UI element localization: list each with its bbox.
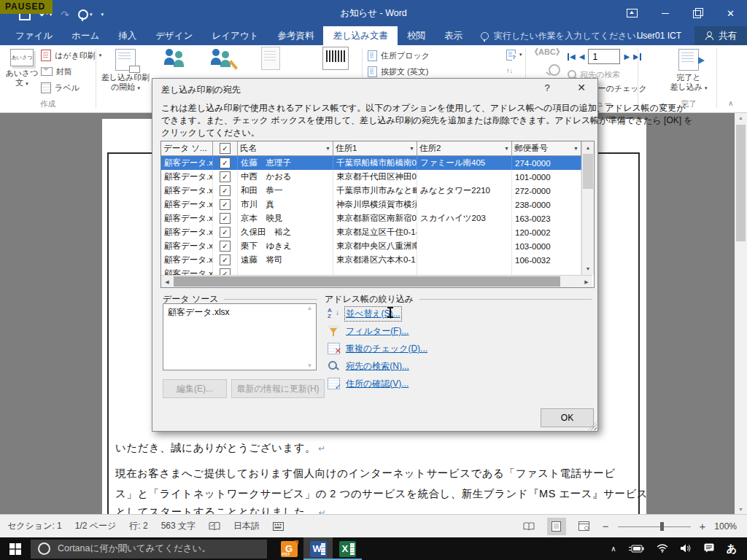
pdf-app-button[interactable]: GPDF <box>274 537 303 560</box>
edit-recipient-list-button[interactable] <box>210 48 233 71</box>
minimize-button[interactable] <box>649 0 681 26</box>
word-app-button[interactable]: W <box>303 537 333 560</box>
column-filter-arrow[interactable]: ▼ <box>324 146 330 151</box>
ime-status-icon[interactable] <box>273 522 284 531</box>
greeting-line-button[interactable]: 挨拶文 (英文) <box>368 65 428 78</box>
record-number-input[interactable] <box>588 49 620 64</box>
data-source-item[interactable]: 顧客データ.xlsx <box>163 304 316 321</box>
first-record-button[interactable]: ◀ <box>568 52 576 61</box>
tab-ホーム[interactable]: ホーム <box>62 26 109 45</box>
envelope-button[interactable]: 封筒 <box>41 65 72 78</box>
recipient-row[interactable]: 顧客データ.xl...✓和田 恭一千葉県市川市みなと町0...みなとタワー221… <box>161 184 581 198</box>
recipient-row[interactable]: 顧客データ.xl...✓市川 真神奈川県横須賀市横須...238-0000 <box>161 198 581 211</box>
customize-qat-button[interactable]: ▾ <box>101 9 104 20</box>
read-mode-button[interactable] <box>519 518 538 535</box>
share-button[interactable]: 共有 <box>694 26 747 45</box>
scrollbar-thumb[interactable] <box>174 276 560 287</box>
print-layout-button[interactable] <box>547 518 566 535</box>
match-fields-button[interactable]: ↑↓ <box>506 64 513 77</box>
recipient-row[interactable]: 顧客データ.xl...✓ <box>161 267 581 275</box>
line-indicator[interactable]: 行: 2 <box>129 520 147 532</box>
excel-app-button[interactable]: X <box>333 537 362 560</box>
refine-link[interactable]: 住所の確認(V)... <box>346 378 409 390</box>
page-indicator[interactable]: 1/2 ページ <box>75 520 117 532</box>
recipient-row[interactable]: 顧客データ.xl...✓久保田 裕之東京都足立区千住0-1-2120-0002 <box>161 225 581 239</box>
scrollbar-thumb[interactable] <box>583 154 593 189</box>
web-layout-button[interactable] <box>575 518 594 535</box>
tell-me-box[interactable]: 実行したい作業を入力してください... <box>481 26 643 45</box>
touch-mode-button[interactable]: ▾ <box>78 9 93 20</box>
tab-挿入[interactable]: 挿入 <box>109 26 146 45</box>
user-name[interactable]: User01 ICT <box>637 26 694 45</box>
refine-link[interactable]: 重複のチェック(D)... <box>346 343 427 355</box>
recipient-checkbox[interactable]: ✓ <box>220 213 231 224</box>
tray-expand-button[interactable]: ∧ <box>611 545 616 553</box>
insert-merge-field-button[interactable] <box>322 47 349 73</box>
document-scrollbar[interactable]: ▲ ▼ <box>735 113 747 514</box>
recipient-checkbox[interactable]: ✓ <box>220 171 231 182</box>
column-header[interactable]: 氏名▼ <box>238 141 333 156</box>
data-source-list[interactable]: 顧客データ.xlsx <box>163 303 317 370</box>
recipient-row[interactable]: 顧客データ.xl...✓佐藤 恵理子千葉県船橋市船橋南0-...ファミール南40… <box>161 156 581 170</box>
cortana-search-box[interactable]: Cortanaに何か聞いてみてください。 <box>31 540 267 559</box>
proofing-icon[interactable] <box>209 521 220 531</box>
column-header[interactable]: データ ソ... <box>161 141 213 156</box>
previous-record-button[interactable]: ◀ <box>579 52 585 61</box>
recipient-row[interactable]: 顧客データ.xl...✓京本 映見東京都新宿区南新宿0-...スカイハイツ203… <box>161 211 581 225</box>
scroll-down-icon[interactable]: ▼ <box>582 262 594 275</box>
zoom-in-button[interactable]: + <box>700 520 706 532</box>
ribbon-display-options-button[interactable] <box>616 0 649 26</box>
battery-icon[interactable] <box>629 542 644 556</box>
recipient-checkbox[interactable]: ✓ <box>220 254 231 265</box>
scroll-down-icon[interactable]: ▼ <box>304 362 315 369</box>
column-header[interactable]: 郵便番号▼ <box>512 141 581 156</box>
table-vertical-scrollbar[interactable]: ▲ ▼ <box>581 141 594 275</box>
recipient-checkbox[interactable]: ✓ <box>220 158 231 168</box>
scroll-up-icon[interactable]: ▲ <box>304 305 315 311</box>
recipient-row[interactable]: 顧客データ.xl...✓遠藤 将司東京都港区六本木0-1106-0032 <box>161 253 581 267</box>
ok-button[interactable]: OK <box>541 408 594 427</box>
redo-button[interactable]: ↷ <box>61 9 69 20</box>
start-mail-merge-button[interactable]: 差し込み印刷の開始 ▾ <box>99 47 152 109</box>
scrollbar-thumb[interactable] <box>736 125 746 241</box>
select-all-checkbox[interactable]: ✓ <box>220 143 231 154</box>
scroll-up-icon[interactable]: ▲ <box>735 115 747 120</box>
zoom-out-button[interactable]: − <box>603 520 609 532</box>
column-header[interactable]: 住所1▼ <box>333 141 417 156</box>
column-filter-arrow[interactable]: ▼ <box>572 146 578 151</box>
recipient-checkbox[interactable]: ✓ <box>220 268 231 275</box>
tab-レイアウト[interactable]: レイアウト <box>202 26 268 45</box>
list-scrollbar[interactable]: ▲ ▼ <box>304 305 315 369</box>
next-record-button[interactable]: ▶ <box>624 52 630 61</box>
recipient-checkbox[interactable]: ✓ <box>220 227 231 238</box>
volume-icon[interactable] <box>681 542 692 556</box>
word-count[interactable]: 563 文字 <box>161 520 196 532</box>
scroll-left-icon[interactable]: ◀ <box>161 276 173 288</box>
recipient-checkbox[interactable]: ✓ <box>220 199 231 210</box>
action-center-icon[interactable] <box>704 542 714 556</box>
section-indicator[interactable]: セクション: 1 <box>7 520 62 532</box>
close-button[interactable]: ✕ <box>714 0 747 26</box>
zoom-percentage[interactable]: 100% <box>714 521 737 532</box>
column-header[interactable]: 住所2▼ <box>417 141 512 156</box>
ime-mode-indicator[interactable]: あ <box>727 542 737 556</box>
select-recipients-button[interactable] <box>163 48 187 71</box>
tab-表示[interactable]: 表示 <box>435 26 472 45</box>
labels-button[interactable]: ラベル <box>41 81 80 94</box>
rules-button[interactable]: ?▾ <box>506 48 522 61</box>
recipient-row[interactable]: 顧客データ.xl...✓中西 かおる東京都千代田区神田0-...101-0000 <box>161 170 581 184</box>
address-block-button[interactable]: 住所ブロック <box>368 49 430 62</box>
tab-校閲[interactable]: 校閲 <box>398 26 435 45</box>
dialog-close-button[interactable]: ✕ <box>573 82 590 93</box>
recipient-row[interactable]: 顧客データ.xl...✓栗下 ゆきえ東京都中央区八重洲南...103-0000 <box>161 239 581 253</box>
tab-差し込み文書[interactable]: 差し込み文書 <box>323 26 398 45</box>
zoom-slider-thumb[interactable] <box>660 522 664 531</box>
zoom-slider[interactable] <box>618 521 691 532</box>
scroll-up-icon[interactable]: ▲ <box>582 141 594 154</box>
restore-button[interactable] <box>681 0 714 26</box>
refine-link[interactable]: フィルター(F)... <box>346 325 409 338</box>
dialog-help-button[interactable]: ? <box>539 82 555 93</box>
tab-参考資料[interactable]: 参考資料 <box>268 26 323 45</box>
recipient-checkbox[interactable]: ✓ <box>220 241 231 252</box>
scroll-down-icon[interactable]: ▼ <box>735 507 747 512</box>
